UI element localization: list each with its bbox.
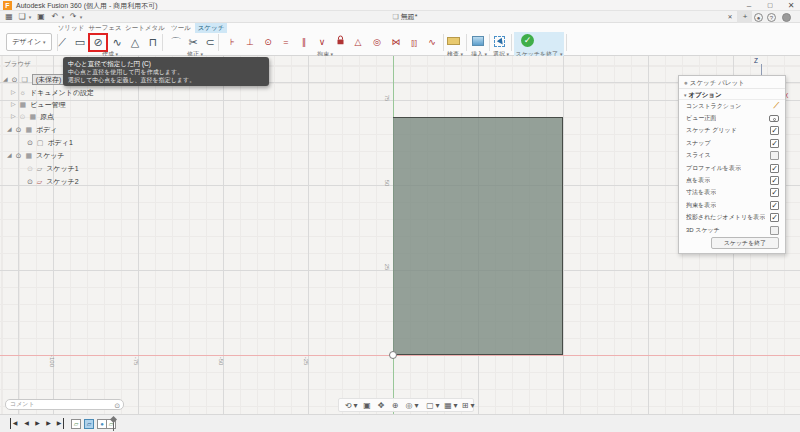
palette-row-show-projected[interactable]: 投影されたジオメトリを表示 ✓ [679,212,785,224]
browser-row-sketch1[interactable]: ⊙ ▱ スケッチ1 [0,163,79,174]
browser-row-origin[interactable]: ▷ ⊙ ▦ 原点 [0,111,54,122]
orbit-caret-icon[interactable]: ▾ [353,399,358,412]
close-document-icon[interactable]: ✕ [725,11,735,23]
palette-header[interactable]: ● スケッチ パレット [679,76,785,89]
rectangle-tool-icon[interactable]: ▭ [71,34,89,51]
timeline-go-to-end-icon[interactable]: ▶ [55,418,64,429]
file-menu-caret-icon[interactable]: ▾ [27,11,33,23]
close-button[interactable]: ✕ [784,0,798,11]
document-tab[interactable]: ❏ 無題* [370,11,440,23]
line-tool-icon[interactable]: ⟋ [53,34,71,51]
design-workspace-button[interactable]: デザイン ▾ [6,33,52,51]
data-panel-icon[interactable]: ▦ [3,11,15,23]
browser-row-sketch2[interactable]: ⊙ ▱ スケッチ2 [0,176,79,187]
new-tab-plus-icon[interactable]: + [739,11,751,23]
browser-row-document-settings[interactable]: ▷ ☼ ドキュメントの設定 [0,87,94,98]
fillet-tool-icon[interactable]: ⌒ [167,34,185,51]
constraint-tangent-icon[interactable]: ⊙ [259,34,277,51]
file-menu-icon[interactable]: ❏ [17,11,27,23]
browser-row-named-views[interactable]: ▷ ▦ ビュー管理 [0,99,65,110]
checkbox-checked-icon[interactable]: ✓ [770,188,779,197]
checkbox-checked-icon[interactable]: ✓ [770,126,779,135]
notification-bell-icon[interactable]: ● [754,13,763,22]
tab-sketch[interactable]: スケッチ [195,23,227,33]
zoom-window-icon[interactable]: ◎ [404,399,414,412]
checkbox-checked-icon[interactable]: ✓ [770,139,779,148]
spline-tool-icon[interactable]: ∿ [108,34,126,51]
tab-sheetmetal[interactable]: シートメタル [123,23,167,33]
inspect-ruler-icon[interactable] [447,37,460,45]
timeline-go-to-start-icon[interactable]: ◀ [10,418,19,429]
restore-button[interactable]: ▢ [763,0,777,11]
select-tool-icon[interactable] [494,36,505,47]
redo-caret-icon[interactable]: ▾ [78,11,84,23]
camera-icon[interactable] [769,115,779,122]
visibility-eye-icon[interactable]: ⊙ [16,150,22,161]
visibility-eye-icon[interactable]: ⊙ [27,176,33,187]
palette-row-construction[interactable]: コンストラクション ⟋ [679,100,785,112]
palette-row-slice[interactable]: スライス [679,150,785,162]
constraint-coincident-icon[interactable]: ⊦ [223,34,241,51]
expand-closed-icon[interactable]: ▷ [11,111,16,122]
sketch-body-rectangle[interactable] [393,117,563,355]
display-settings-icon[interactable]: ▢ [425,399,435,412]
origin-point[interactable] [389,351,397,359]
minimize-button[interactable]: – [742,0,756,11]
expand-open-icon[interactable]: ◢ [3,74,8,85]
user-avatar[interactable] [782,13,791,22]
expand-closed-icon[interactable]: ▷ [11,99,16,110]
look-at-icon[interactable]: ▣ [362,399,372,412]
root-document-label[interactable]: (未保存) [32,74,66,85]
timeline-step-back-icon[interactable]: ◀ [22,418,31,429]
palette-row-show-profile[interactable]: プロファイルを表示 ✓ [679,162,785,174]
checkbox-unchecked-icon[interactable] [770,226,779,235]
timeline-feature-sketch1[interactable]: ▱ [71,419,81,429]
polygon-tool-icon[interactable]: △ [126,34,144,51]
slot-tool-icon[interactable]: ⊓ [144,34,162,51]
tab-solid[interactable]: ソリッド [55,23,87,33]
timeline-feature-selected[interactable]: ▱ [84,419,94,429]
save-icon[interactable]: ▣ [36,11,46,23]
expand-open-icon[interactable]: ◢ [7,150,12,161]
palette-row-show-constraints[interactable]: 拘束を表示 ✓ [679,199,785,211]
browser-row-bodies[interactable]: ◢ ⊙ ▦ ボディ [0,124,57,135]
trim-tool-icon[interactable]: ✂ [184,34,202,51]
visibility-eye-icon[interactable]: ⊙ [20,111,26,122]
constraint-horizvert-icon[interactable]: △ [349,34,367,51]
constraint-perpendicular-icon[interactable]: ⊥ [241,34,259,51]
display-caret-icon[interactable]: ▾ [435,399,440,412]
constraint-symmetry-icon[interactable]: ⋈ [387,34,405,51]
palette-row-sketch-grid[interactable]: スケッチ グリッド ✓ [679,125,785,137]
checkbox-checked-icon[interactable]: ✓ [770,176,779,185]
palette-row-3d-sketch[interactable]: 3D スケッチ [679,224,785,236]
grid-settings-icon[interactable]: ▦ [443,399,453,412]
visibility-eye-icon[interactable]: ⊙ [27,163,33,174]
insert-image-icon[interactable] [472,36,484,46]
tab-tools[interactable]: ツール [167,23,195,33]
palette-row-look-at[interactable]: ビュー正面 [679,112,785,124]
grid-caret-icon[interactable]: ▾ [453,399,458,412]
constraint-curvature-icon[interactable]: ∿ [423,34,441,51]
construction-icon[interactable]: ⟋ [773,101,779,111]
comment-input[interactable]: コメント ⊙ [5,399,124,410]
redo-icon[interactable]: ↷ [68,11,78,23]
finish-sketch-check-icon[interactable]: ✓ [521,34,534,47]
browser-row-sketches[interactable]: ◢ ⊙ ▦ スケッチ [0,150,65,161]
checkbox-checked-icon[interactable]: ✓ [770,213,779,222]
expand-open-icon[interactable]: ◢ [7,124,12,135]
palette-row-show-dimensions[interactable]: 寸法を表示 ✓ [679,187,785,199]
timeline-step-forward-icon[interactable]: ▶ [44,418,53,429]
constraint-midpoint-icon[interactable]: ∨ [313,34,331,51]
expand-closed-icon[interactable]: ▷ [11,87,16,98]
constraint-equal-icon[interactable]: = [277,34,295,51]
orbit-icon[interactable]: ⟲ [343,399,353,412]
checkbox-checked-icon[interactable]: ✓ [770,164,779,173]
timeline-play-icon[interactable]: ▶ [33,418,42,429]
constraint-concentric-icon[interactable]: ◎ [368,34,386,51]
constraint-parallel-icon[interactable]: ∥ [295,34,313,51]
circle-tool-icon[interactable]: ⊘ [89,34,107,51]
undo-caret-icon[interactable]: ▾ [60,11,66,23]
palette-row-snap[interactable]: スナップ ✓ [679,137,785,149]
viewports-caret-icon[interactable]: ▾ [470,399,475,412]
pan-icon[interactable]: ✥ [376,399,386,412]
